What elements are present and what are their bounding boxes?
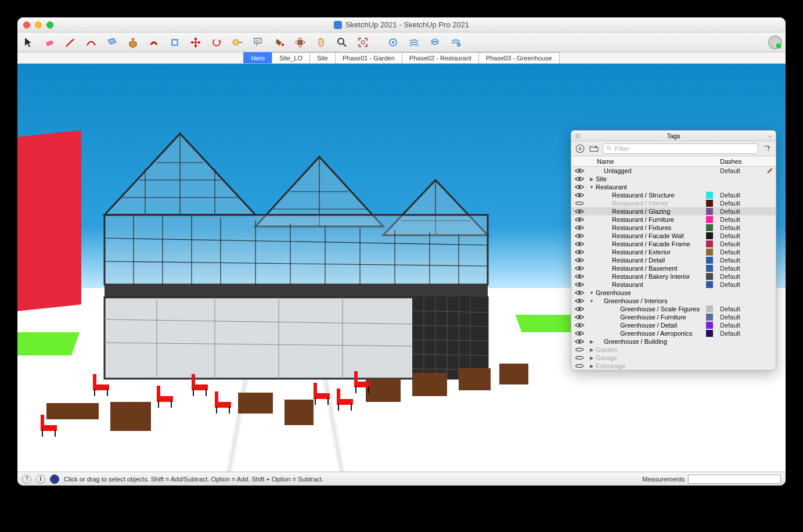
visibility-toggle[interactable] xyxy=(571,200,588,206)
tag-name[interactable]: Site xyxy=(596,175,706,182)
rectangle-tool[interactable] xyxy=(105,35,120,50)
expand-toggle[interactable]: ▶ xyxy=(588,177,596,182)
tag-row[interactable]: ▶Entourage xyxy=(571,362,776,370)
zoomextents-tool[interactable] xyxy=(355,35,370,50)
tag-name[interactable]: Greenhouse / Detail xyxy=(596,322,706,329)
tag-dashes[interactable]: Default xyxy=(716,265,764,272)
visibility-toggle[interactable] xyxy=(571,355,588,361)
tag-swatch[interactable] xyxy=(706,192,713,199)
expand-toggle[interactable]: ▼ xyxy=(588,290,596,296)
visibility-toggle[interactable] xyxy=(571,339,588,344)
add-folder-button[interactable] xyxy=(589,143,599,154)
visibility-toggle[interactable] xyxy=(571,168,588,174)
tags-panel[interactable]: Tags Filter Name⌄ Dashes UntaggedDefault… xyxy=(571,130,776,371)
tag-row[interactable]: Restaurant / ExteriorDefault xyxy=(571,248,776,256)
visibility-toggle[interactable] xyxy=(571,347,588,353)
tag-row[interactable]: UntaggedDefault xyxy=(571,167,776,175)
tag-name[interactable]: Restaurant / Bakery Interior xyxy=(596,273,706,280)
tag-swatch[interactable] xyxy=(706,208,713,215)
tag-row[interactable]: ▼Greenhouse / Interiors xyxy=(571,297,776,305)
pushpull-tool[interactable] xyxy=(125,35,141,50)
orbit-tool[interactable] xyxy=(293,35,308,50)
visibility-toggle[interactable] xyxy=(571,257,588,263)
tag-dashes[interactable]: Default xyxy=(716,314,764,321)
tag-name[interactable]: Greenhouse / Building xyxy=(596,338,706,345)
tag-name[interactable]: Restaurant / Basement xyxy=(596,265,706,272)
visibility-toggle[interactable] xyxy=(571,209,588,214)
visibility-toggle[interactable] xyxy=(571,274,588,279)
tag-row[interactable]: ▶Site xyxy=(571,175,776,183)
tag-row[interactable]: ▶Greenhouse / Building xyxy=(571,337,776,346)
tag-row[interactable]: Restaurant / Facade WallDefault xyxy=(571,232,776,240)
tag-swatch[interactable] xyxy=(706,232,713,239)
select-tool[interactable] xyxy=(21,35,36,50)
tag-row[interactable]: Greenhouse / Scale FiguresDefault xyxy=(571,305,776,313)
visibility-toggle[interactable] xyxy=(571,306,588,312)
scene-tab[interactable]: Hero xyxy=(243,52,272,63)
tag-name[interactable]: Greenhouse / Furniture xyxy=(596,314,706,321)
tag-name[interactable]: Restaurant / Facade Wall xyxy=(596,232,706,239)
tag-dashes[interactable]: Default xyxy=(716,167,764,174)
tag-swatch[interactable] xyxy=(706,224,713,231)
expand-toggle[interactable]: ▶ xyxy=(588,364,596,369)
tag-name[interactable]: Restaurant / Furniture xyxy=(596,216,706,223)
tag-name[interactable]: Restaurant xyxy=(596,281,706,288)
scene-tab[interactable]: Site xyxy=(309,52,335,63)
tag-row[interactable]: ▼Greenhouse xyxy=(571,289,776,297)
tag-dashes[interactable]: Default xyxy=(716,322,764,329)
tag-dashes[interactable]: Default xyxy=(716,224,764,231)
visibility-toggle[interactable] xyxy=(571,363,588,369)
tags-filter-input[interactable]: Filter xyxy=(603,143,758,154)
tag-dashes[interactable]: Default xyxy=(716,240,764,247)
panel-close-icon[interactable] xyxy=(575,133,581,139)
visibility-toggle[interactable] xyxy=(571,249,588,255)
tag-dashes[interactable]: Default xyxy=(716,330,764,337)
visibility-toggle[interactable] xyxy=(571,241,588,247)
extension1-tool[interactable] xyxy=(386,35,401,50)
tag-row[interactable]: ▶Garage xyxy=(571,354,776,362)
panel-titlebar[interactable]: Tags xyxy=(571,131,776,141)
profile-avatar[interactable] xyxy=(768,35,782,49)
extension2-tool[interactable] xyxy=(406,35,422,50)
tag-row[interactable]: Greenhouse / FurnitureDefault xyxy=(571,313,776,321)
visibility-toggle[interactable] xyxy=(571,314,588,320)
tag-name[interactable]: Restaurant / Fixtures xyxy=(596,224,706,231)
tag-row[interactable]: Restaurant / Bakery InteriorDefault xyxy=(571,272,776,281)
tag-row[interactable]: Restaurant / DetailDefault xyxy=(571,256,776,264)
tag-row[interactable]: Restaurant / InteriorDefault xyxy=(571,199,776,207)
tag-row[interactable]: Restaurant / FurnitureDefault xyxy=(571,215,776,224)
tag-name[interactable]: Greenhouse xyxy=(596,289,706,296)
followme-tool[interactable] xyxy=(167,35,182,50)
visibility-toggle[interactable] xyxy=(571,265,588,271)
tag-name[interactable]: Restaurant / Glazing xyxy=(596,208,706,215)
measurements-input[interactable] xyxy=(688,475,781,484)
tag-name[interactable]: Restaurant xyxy=(596,184,706,190)
tag-swatch[interactable] xyxy=(706,314,713,321)
expand-toggle[interactable]: ▶ xyxy=(588,355,596,361)
tag-swatch[interactable] xyxy=(706,200,713,207)
text-tool[interactable]: A1 xyxy=(251,35,266,50)
visibility-toggle[interactable] xyxy=(571,192,588,198)
col-name[interactable]: Name⌄ xyxy=(596,158,706,165)
tag-swatch[interactable] xyxy=(706,265,713,272)
offset-tool[interactable] xyxy=(146,35,161,50)
tag-row[interactable]: Restaurant / GlazingDefault xyxy=(571,207,776,215)
expand-toggle[interactable]: ▼ xyxy=(588,185,596,190)
help-icon[interactable]: ? xyxy=(22,475,31,484)
info-icon[interactable]: i xyxy=(36,475,45,484)
zoom-tool[interactable] xyxy=(334,35,350,50)
tag-row[interactable]: Greenhouse / AeroponicsDefault xyxy=(571,329,776,337)
tag-swatch[interactable] xyxy=(706,281,713,288)
pan-tool[interactable] xyxy=(314,35,329,50)
tag-dashes[interactable]: Default xyxy=(716,208,764,215)
visibility-toggle[interactable] xyxy=(571,330,588,336)
tag-name[interactable]: Restaurant / Detail xyxy=(596,257,706,264)
move-tool[interactable] xyxy=(188,35,203,50)
visibility-toggle[interactable] xyxy=(571,184,588,190)
visibility-toggle[interactable] xyxy=(571,233,588,239)
visibility-toggle[interactable] xyxy=(571,322,588,328)
tag-name[interactable]: Greenhouse / Scale Figures xyxy=(596,305,706,312)
tag-row[interactable]: Greenhouse / DetailDefault xyxy=(571,321,776,329)
tag-dashes[interactable]: Default xyxy=(716,232,764,239)
tag-swatch[interactable] xyxy=(706,273,713,280)
